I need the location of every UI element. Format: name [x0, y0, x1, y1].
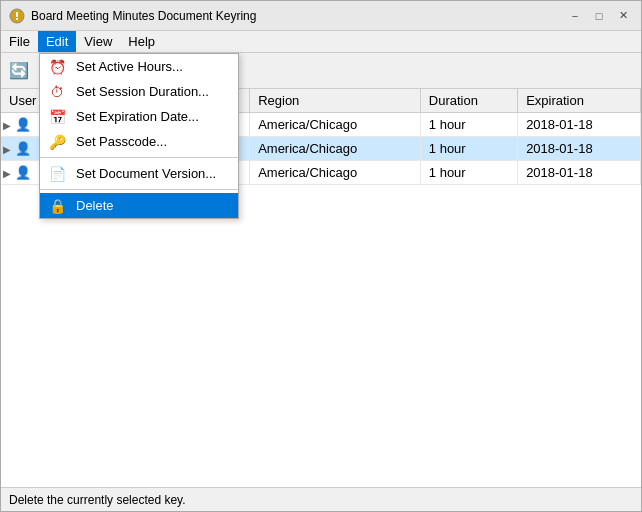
- menu-help[interactable]: Help: [120, 31, 163, 52]
- window-title: Board Meeting Minutes Document Keyring: [31, 9, 565, 23]
- calendar-icon: 📅: [48, 108, 66, 126]
- clock-icon: ⏰: [48, 58, 66, 76]
- status-bar: Delete the currently selected key.: [1, 487, 641, 511]
- menu-bar: File Edit View Help ⏰ Set Active Hours..…: [1, 31, 641, 53]
- row-duration-3: 1 hour: [420, 161, 517, 185]
- menu-set-passcode[interactable]: 🔑 Set Passcode...: [40, 129, 238, 154]
- tree-arrow-1: ▶: [3, 120, 11, 131]
- row-region-2: America/Chicago: [250, 137, 421, 161]
- row-region-1: America/Chicago: [250, 113, 421, 137]
- timer-icon: ⏱: [48, 83, 66, 101]
- main-window: Board Meeting Minutes Document Keyring −…: [0, 0, 642, 512]
- refresh-icon: 🔄: [9, 61, 29, 80]
- edit-dropdown: ⏰ Set Active Hours... ⏱ Set Session Dura…: [39, 53, 239, 219]
- menu-file[interactable]: File: [1, 31, 38, 52]
- row-expiration-3: 2018-01-18: [518, 161, 641, 185]
- col-duration: Duration: [420, 89, 517, 113]
- menu-set-expiration-date[interactable]: 📅 Set Expiration Date...: [40, 104, 238, 129]
- row-duration-2: 1 hour: [420, 137, 517, 161]
- window-controls: − □ ✕: [565, 6, 633, 26]
- row-region-3: America/Chicago: [250, 161, 421, 185]
- minimize-button[interactable]: −: [565, 6, 585, 26]
- menu-set-session-duration[interactable]: ⏱ Set Session Duration...: [40, 79, 238, 104]
- toolbar-refresh[interactable]: 🔄: [5, 57, 33, 85]
- tree-arrow-3: ▶: [3, 168, 11, 179]
- menu-view[interactable]: View: [76, 31, 120, 52]
- user-icon-2: 👤: [15, 141, 31, 156]
- title-bar: Board Meeting Minutes Document Keyring −…: [1, 1, 641, 31]
- col-region: Region: [250, 89, 421, 113]
- maximize-button[interactable]: □: [589, 6, 609, 26]
- row-duration-1: 1 hour: [420, 113, 517, 137]
- menu-separator-2: [40, 189, 238, 190]
- status-text: Delete the currently selected key.: [9, 493, 186, 507]
- document-icon: 📄: [48, 165, 66, 183]
- row-expiration-2: 2018-01-18: [518, 137, 641, 161]
- menu-edit[interactable]: Edit: [38, 31, 76, 52]
- row-expiration-1: 2018-01-18: [518, 113, 641, 137]
- delete-icon: 🔒: [48, 197, 66, 215]
- svg-rect-1: [16, 12, 18, 17]
- app-icon: [9, 8, 25, 24]
- menu-set-active-hours[interactable]: ⏰ Set Active Hours...: [40, 54, 238, 79]
- close-button[interactable]: ✕: [613, 6, 633, 26]
- svg-rect-2: [16, 18, 18, 20]
- menu-set-document-version[interactable]: 📄 Set Document Version...: [40, 161, 238, 186]
- col-expiration: Expiration: [518, 89, 641, 113]
- user-icon-1: 👤: [15, 117, 31, 132]
- menu-delete[interactable]: 🔒 Delete: [40, 193, 238, 218]
- key-icon: 🔑: [48, 133, 66, 151]
- user-icon-3: 👤: [15, 165, 31, 180]
- tree-arrow-2: ▶: [3, 144, 11, 155]
- menu-separator: [40, 157, 238, 158]
